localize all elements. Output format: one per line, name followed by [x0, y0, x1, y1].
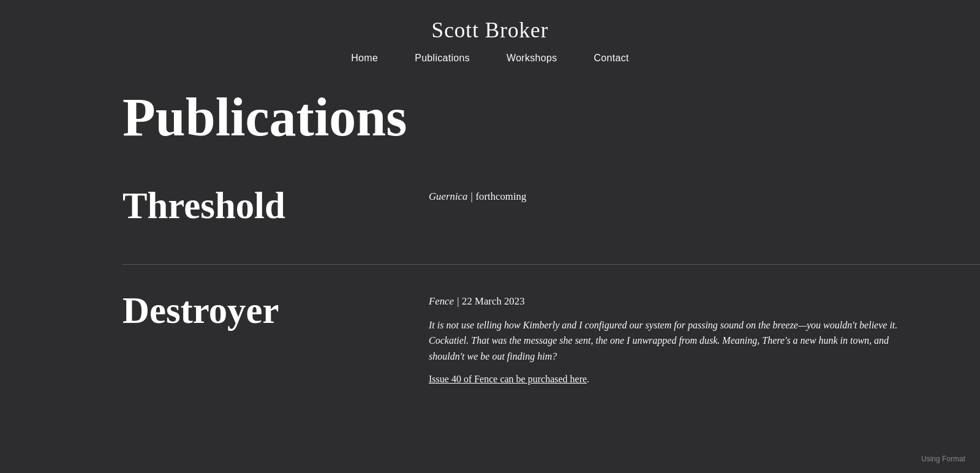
- pub-title-threshold: Threshold: [123, 184, 429, 227]
- pub-details-threshold: Guernica | forthcoming: [429, 184, 980, 213]
- publication-threshold: Threshold Guernica | forthcoming: [123, 184, 980, 252]
- nav-publications[interactable]: Publications: [415, 53, 470, 64]
- footer-format-link[interactable]: Using Format: [921, 455, 965, 463]
- page-layout: Publications Threshold Guernica | forthc…: [0, 64, 980, 409]
- pub-date-threshold: forthcoming: [475, 191, 526, 202]
- pub-details-destroyer: Fence | 22 March 2023 It is not use tell…: [429, 289, 980, 385]
- pub-meta-threshold: Guernica | forthcoming: [429, 191, 980, 203]
- nav-workshops[interactable]: Workshops: [507, 53, 557, 64]
- pub-title-destroyer: Destroyer: [123, 289, 429, 332]
- pub-excerpt-destroyer: It is not use telling how Kimberly and I…: [429, 317, 907, 365]
- pub-separator-destroyer: |: [454, 295, 462, 307]
- site-title: Scott Broker: [432, 18, 549, 43]
- pub-journal-threshold: Guernica: [429, 191, 467, 202]
- publication-destroyer: Destroyer Fence | 22 March 2023 It is no…: [123, 264, 980, 410]
- nav-home[interactable]: Home: [351, 53, 378, 64]
- page-heading: Publications: [123, 88, 466, 148]
- site-header: Scott Broker Home Publications Workshops…: [0, 0, 980, 64]
- footer: Using Format: [921, 455, 965, 463]
- nav-contact[interactable]: Contact: [594, 53, 628, 64]
- pub-date-destroyer: 22 March 2023: [462, 295, 525, 307]
- pub-journal-destroyer: Fence: [429, 295, 454, 307]
- pub-link-destroyer: Issue 40 of Fence can be purchased here.: [429, 374, 980, 385]
- main-nav: Home Publications Workshops Contact: [351, 53, 628, 64]
- publications-list: Threshold Guernica | forthcoming Destroy…: [123, 184, 980, 410]
- pub-separator-threshold: |: [467, 191, 475, 202]
- pub-link-anchor-destroyer[interactable]: Issue 40 of Fence can be purchased here: [429, 374, 587, 384]
- pub-meta-destroyer: Fence | 22 March 2023: [429, 295, 980, 308]
